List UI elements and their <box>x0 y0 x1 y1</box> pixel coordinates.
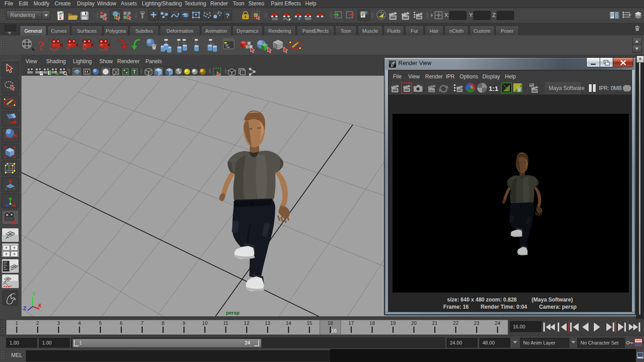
svg-text:5: 5 <box>99 320 102 326</box>
svg-text:18: 18 <box>369 320 375 326</box>
svg-text:Z:: Z: <box>492 12 497 18</box>
svg-text:8: 8 <box>162 320 164 326</box>
svg-text:7: 7 <box>141 320 144 326</box>
svg-text:X:: X: <box>444 12 449 18</box>
svg-text:T: T <box>133 69 136 74</box>
svg-text:23: 23 <box>474 320 479 326</box>
svg-text:IPR: IPR <box>403 15 408 17</box>
svg-text:16: 16 <box>328 320 333 326</box>
svg-text:1: 1 <box>15 320 18 326</box>
svg-text:13: 13 <box>265 320 270 326</box>
svg-text:IPR: IPR <box>429 88 434 91</box>
svg-text:3: 3 <box>57 320 60 326</box>
svg-text:1:1: 1:1 <box>489 85 499 92</box>
svg-text:2: 2 <box>36 320 39 326</box>
svg-text:10: 10 <box>202 320 208 326</box>
svg-text:16: 16 <box>331 328 337 333</box>
svg-text:9: 9 <box>183 320 185 326</box>
svg-text:?: ? <box>226 12 230 19</box>
svg-text:?: ? <box>38 39 45 53</box>
svg-text:17: 17 <box>349 320 354 326</box>
svg-text:15: 15 <box>307 320 312 326</box>
svg-text:IPR: 0MB: IPR: 0MB <box>599 85 622 91</box>
svg-text:Y: Y <box>32 291 36 297</box>
svg-text:20: 20 <box>411 320 417 326</box>
svg-text:Z: Z <box>23 306 26 311</box>
svg-text:6: 6 <box>120 320 123 326</box>
svg-text:Maya Software: Maya Software <box>549 85 584 91</box>
svg-text:Y:: Y: <box>469 12 474 18</box>
svg-text:21: 21 <box>432 320 437 326</box>
svg-text:X: X <box>38 303 42 308</box>
svg-text:4: 4 <box>78 320 81 326</box>
svg-text:14: 14 <box>286 320 291 326</box>
svg-text:persp: persp <box>226 310 239 315</box>
svg-text:22: 22 <box>453 320 458 326</box>
svg-text:12: 12 <box>244 320 249 326</box>
svg-text:19: 19 <box>390 320 396 326</box>
svg-text:24: 24 <box>495 320 500 326</box>
svg-text:11: 11 <box>223 320 228 326</box>
